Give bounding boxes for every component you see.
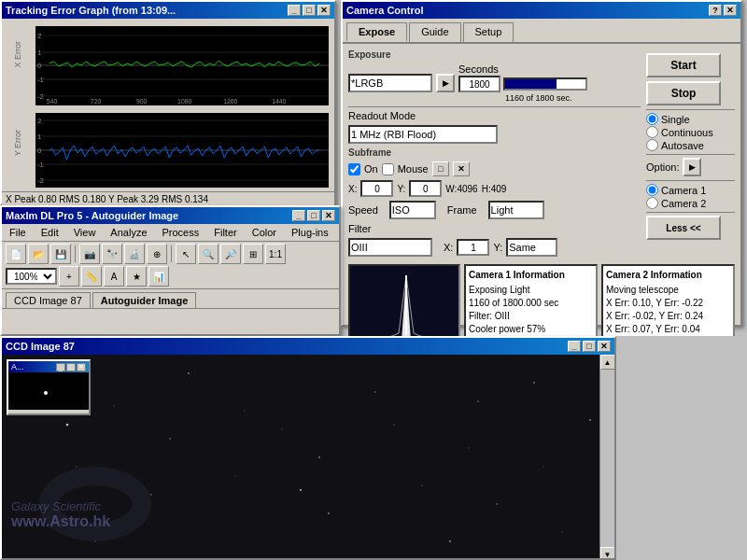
maxim-minimize-button[interactable]: _ [292,210,305,221]
toolbar-filter[interactable]: 🔬 [124,244,145,264]
mouse-checkbox[interactable] [382,163,394,175]
tracking-error-window: Tracking Error Graph (from 13:09... _ □ … [0,0,336,205]
tab-expose[interactable]: Expose [346,22,407,42]
toolbar-annotate[interactable]: A [104,266,124,287]
svg-point-43 [235,476,236,477]
stop-button[interactable]: Stop [646,81,721,105]
scroll-down-button[interactable]: ▼ [600,547,615,558]
mini-close[interactable]: ✕ [77,363,86,371]
svg-point-39 [469,448,470,449]
zoom-dropdown[interactable]: 100% [6,268,57,285]
less-button[interactable]: Less << [646,216,721,240]
mini-window-buttons: _ □ ✕ [56,363,86,371]
autosave-radio-item: Autosave [646,139,735,151]
filter-x-input[interactable] [457,239,489,256]
tab-guide[interactable]: Guide [409,22,460,42]
toolbar-separator1 [75,245,76,262]
maxim-close-button[interactable]: ✕ [322,210,335,221]
svg-text:540: 540 [47,98,58,105]
x-coord-label: X: [348,184,357,194]
toolbar-zoom-in[interactable]: 🔍 [198,244,218,264]
toolbar-zoom-out[interactable]: 🔎 [220,244,241,264]
subframe-btn1[interactable]: □ [432,161,449,176]
ccd-maximize-button[interactable]: □ [583,341,596,352]
mini-title-text: A... [11,362,24,371]
menu-process[interactable]: Process [159,226,204,239]
toolbar-separator2 [171,245,172,262]
scroll-track[interactable] [600,370,614,547]
tab-setup[interactable]: Setup [463,22,514,42]
camera1-radio[interactable] [646,184,658,196]
svg-text:0: 0 [37,62,42,70]
toolbar-guide[interactable]: ⊕ [147,244,167,264]
toolbar-camera[interactable]: 📷 [79,244,100,264]
menu-color[interactable]: Color [248,226,280,239]
minimize-button[interactable]: _ [288,5,301,16]
menu-view[interactable]: View [70,226,100,239]
toolbar-crosshair[interactable]: + [59,266,79,287]
toolbar-zoom-fit[interactable]: ⊞ [243,244,263,264]
start-button[interactable]: Start [646,53,721,77]
camera-help-button[interactable]: ? [709,5,722,16]
toolbar-measure[interactable]: 📏 [81,266,102,287]
speed-dropdown[interactable]: ISO [389,201,436,219]
on-label: On [364,163,378,175]
toolbar-focus[interactable]: 🔭 [102,244,122,264]
svg-point-57 [66,424,68,426]
filter-y-dropdown[interactable]: Same [506,238,557,257]
close-button[interactable]: ✕ [317,5,331,16]
maxim-maximize-button[interactable]: □ [307,210,320,221]
x-coord-input[interactable] [360,180,393,197]
y-error-label: Y Error [13,130,22,156]
scroll-up-button[interactable]: ▲ [600,355,615,370]
svg-point-41 [76,466,77,467]
toolbar-new[interactable]: 📄 [6,244,26,264]
readout-row: Readout Mode [348,110,641,121]
vertical-scrollbar[interactable]: ▲ ▼ [599,355,614,558]
menu-plugins[interactable]: Plug-ins [288,226,332,239]
toolbar-select[interactable]: ↖ [176,244,196,264]
menu-file[interactable]: File [6,226,30,239]
toolbar-graph[interactable]: 📊 [148,266,169,287]
ccd-minimize-button[interactable]: _ [568,341,581,352]
tab-autoguider[interactable]: Autoguider Image [92,292,197,308]
continuous-radio[interactable] [646,126,658,138]
filter-dropdown[interactable]: OIII [348,238,432,257]
svg-point-47 [562,532,563,533]
menu-analyze[interactable]: Analyze [106,226,150,239]
subframe-btn2[interactable]: ✕ [453,161,470,176]
mini-minimize[interactable]: _ [56,363,65,371]
menu-filter[interactable]: Filter [210,226,240,239]
menu-edit[interactable]: Edit [37,226,63,239]
y-coord-input[interactable] [409,180,442,197]
svg-point-50 [169,438,170,439]
channel-dropdown-wrapper: *LRGB [348,74,432,92]
readout-dropdown[interactable]: 1 MHz (RBI Flood) [348,125,498,144]
camera2-radio[interactable] [646,197,658,209]
ccd-close-button[interactable]: ✕ [598,341,611,352]
h-label: H:409 [482,184,507,194]
tab-ccd-image[interactable]: CCD Image 87 [6,292,91,308]
toolbar-zoom-100[interactable]: 1:1 [265,244,286,264]
svg-point-38 [374,391,375,392]
exposure-play-button[interactable]: ▶ [436,74,455,92]
single-label: Single [661,114,690,125]
frame-dropdown[interactable]: Light [488,201,544,219]
seconds-input[interactable] [458,76,500,92]
speed-frame-row: Speed ISO Frame Light [348,201,641,219]
ccd-title-bar: CCD Image 87 _ □ ✕ [2,338,614,355]
continuous-radio-item: Continuous [646,126,735,138]
mini-content-area [8,372,89,410]
autosave-radio[interactable] [646,139,658,151]
single-radio[interactable] [646,113,658,125]
toolbar-open[interactable]: 📂 [28,244,49,264]
x-error-graph: 2 1 0 -1 -2 540 720 900 1080 1260 1440 [35,26,329,105]
option-arrow[interactable]: ▶ [683,158,701,176]
toolbar-save[interactable]: 💾 [50,244,71,264]
mini-maximize[interactable]: □ [66,363,76,371]
maximize-button[interactable]: □ [303,5,316,16]
toolbar-wcs[interactable]: ★ [126,266,147,287]
subframe-on-checkbox[interactable] [348,163,360,175]
channel-dropdown[interactable]: *LRGB [348,74,432,92]
camera-close-button[interactable]: ✕ [724,5,737,16]
